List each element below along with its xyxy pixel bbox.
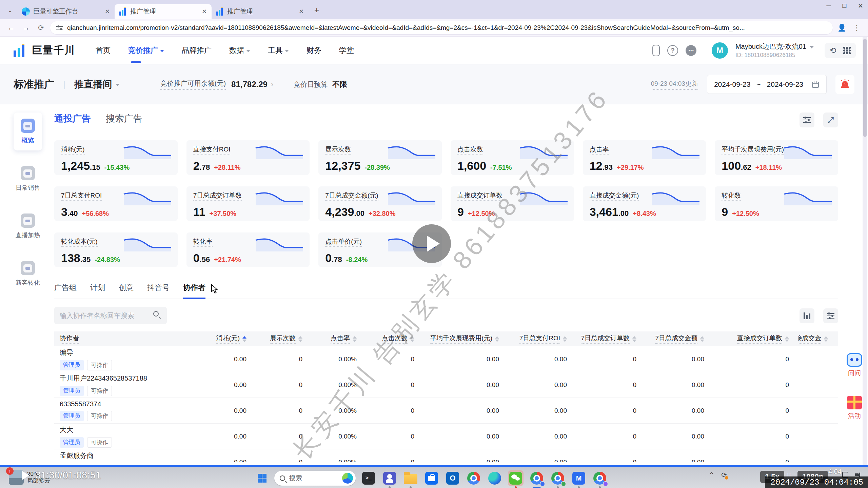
window-minimize-button[interactable]: ─ — [826, 2, 831, 10]
table-column-header[interactable]: 消耗(元) — [190, 334, 256, 344]
ad-type-tab[interactable]: 通投广告 — [54, 113, 91, 125]
user-info[interactable]: Maybuck迈巴克-欢流01 ID: 1801108890626185 — [735, 42, 814, 59]
profile-icon[interactable]: 👤 — [836, 22, 848, 34]
switch-account-icon[interactable]: ⟲ — [829, 46, 836, 55]
activity-widget[interactable]: 活动 — [844, 396, 865, 420]
message-icon[interactable]: ⋯ — [686, 45, 696, 56]
list-tab[interactable]: 计划 — [90, 283, 105, 299]
chrome-icon[interactable] — [466, 470, 481, 486]
tab-close-icon[interactable]: ✕ — [298, 8, 304, 15]
list-tab[interactable]: 抖音号 — [147, 283, 170, 299]
alarm-button[interactable] — [835, 75, 854, 94]
address-bar[interactable]: qianchuan.jinritemai.com/promotion-v2/st… — [50, 21, 833, 34]
forward-icon[interactable]: → — [20, 22, 32, 34]
taskbar-search[interactable]: 搜索 — [274, 471, 356, 486]
tab-search-chevron-icon[interactable]: ⌄ — [4, 4, 16, 16]
list-tab[interactable]: 协作者 — [183, 283, 205, 299]
chrome-profile-blue-icon[interactable] — [529, 470, 545, 486]
edge-icon[interactable] — [487, 470, 502, 486]
search-input[interactable] — [54, 307, 167, 324]
table-column-header[interactable]: 点击率 — [312, 334, 366, 344]
nav-item[interactable]: 数据 — [229, 43, 250, 58]
budget-value[interactable]: 不限 — [332, 79, 347, 89]
table-row[interactable]: 编导 管理员 可操作 0.0000.00%00.000.0000.000 — [54, 346, 838, 372]
sort-arrows-icon[interactable] — [785, 336, 789, 342]
table-column-header[interactable]: 7日总成交金额 — [646, 334, 714, 344]
new-tab-button[interactable]: + — [311, 4, 323, 16]
sort-arrows-icon[interactable] — [495, 336, 499, 342]
sidebar-item[interactable]: 新客转化 — [14, 255, 42, 293]
vertical-scrollbar-thumb[interactable] — [863, 39, 867, 137]
sort-arrows-icon[interactable] — [242, 336, 246, 342]
tab-close-icon[interactable]: ✕ — [201, 8, 208, 15]
tab-close-icon[interactable]: ✕ — [104, 8, 111, 15]
date-range-picker[interactable]: 2024-09-23 ~ 2024-09-23 — [707, 75, 827, 94]
start-button[interactable] — [255, 471, 269, 485]
sort-arrows-icon[interactable] — [824, 336, 828, 342]
table-column-header[interactable]: 直接成交金 — [798, 334, 837, 344]
columns-button[interactable] — [800, 308, 814, 323]
metrics-settings-button[interactable] — [800, 113, 814, 127]
tray-chevron-up-icon[interactable]: ⌃ — [709, 471, 714, 479]
table-column-header[interactable]: 7日总成交订单数 — [576, 334, 646, 344]
promote-target-dropdown[interactable]: 推直播间 — [74, 78, 120, 91]
sort-arrows-icon[interactable] — [700, 336, 704, 342]
list-tab[interactable]: 创意 — [119, 283, 134, 299]
ask-assistant-widget[interactable]: 问问 — [844, 353, 865, 378]
sidebar-item[interactable]: 概览 — [14, 113, 42, 150]
sidebar-item[interactable]: 直播加热 — [14, 207, 42, 245]
browser-tab[interactable]: 推广管理 ✕ — [212, 4, 309, 19]
nav-item[interactable]: 首页 — [96, 43, 111, 58]
qianchuan-logo[interactable]: 巨量千川 — [12, 43, 75, 57]
video-play-button[interactable] — [412, 224, 451, 263]
nav-item[interactable]: 竞价推广 — [128, 43, 164, 58]
help-icon[interactable]: ? — [667, 45, 678, 56]
reload-icon[interactable]: ⟳ — [35, 22, 47, 34]
table-row[interactable]: 大大 管理员 可操作 0.0000.00%00.000.0000.000 — [54, 424, 838, 449]
table-row[interactable]: 63355587374 管理员 可操作 0.0000.00%00.000.000… — [54, 398, 838, 424]
search-icon[interactable] — [153, 311, 162, 320]
table-column-header[interactable]: 直接成交订单数 — [714, 334, 798, 344]
nav-item[interactable]: 学堂 — [339, 43, 354, 58]
list-tab[interactable]: 广告组 — [54, 283, 77, 299]
terminal-icon[interactable]: >_ — [361, 470, 376, 486]
table-column-header[interactable]: 7日总支付ROI — [509, 334, 576, 344]
browser-tab[interactable]: 推广管理 ✕ — [115, 4, 212, 19]
chrome-profile-purple-icon[interactable] — [592, 470, 608, 486]
browser-menu-icon[interactable]: ⋮ — [851, 22, 863, 34]
table-column-header[interactable]: 展示次数 — [256, 334, 312, 344]
file-explorer-icon[interactable] — [403, 470, 418, 486]
filter-button[interactable] — [823, 308, 838, 323]
sort-arrows-icon[interactable] — [563, 336, 567, 342]
chrome-profile-green-icon[interactable] — [550, 470, 566, 486]
player-play-icon[interactable] — [22, 471, 29, 480]
table-row[interactable]: 千川用户2243436528537188 管理员 可操作 0.0000.00%0… — [54, 372, 838, 398]
outlook-icon[interactable]: O — [445, 470, 460, 486]
sort-arrows-icon[interactable] — [298, 336, 302, 342]
ad-type-tab[interactable]: 搜索广告 — [106, 113, 142, 125]
window-close-button[interactable]: ✕ — [858, 2, 863, 10]
sync-tray-icon[interactable]: ⟳ — [721, 471, 727, 479]
m-app-icon[interactable]: M — [571, 470, 587, 486]
microsoft-store-icon[interactable] — [424, 470, 439, 486]
avatar[interactable]: M — [712, 42, 728, 59]
nav-item[interactable]: 品牌推广 — [182, 43, 212, 58]
window-maximize-button[interactable]: □ — [843, 2, 846, 10]
table-column-header[interactable]: 协作者 — [54, 334, 190, 344]
sort-arrows-icon[interactable] — [632, 336, 636, 342]
expand-button[interactable]: ⤢ — [823, 113, 838, 127]
table-row[interactable]: 孟彪服务商 管理员 可操作 0.0000.00%00.000.0000.000 — [54, 449, 838, 462]
chevron-right-icon[interactable]: › — [271, 80, 273, 89]
sort-arrows-icon[interactable] — [353, 336, 357, 342]
nav-item[interactable]: 工具 — [268, 43, 289, 58]
teams-icon[interactable] — [382, 470, 397, 486]
site-settings-icon[interactable] — [56, 25, 63, 30]
sidebar-item[interactable]: 日常销售 — [14, 160, 42, 198]
browser-tab[interactable]: 巨量引擎工作台 ✕ — [18, 4, 115, 19]
apps-grid-icon[interactable] — [843, 46, 851, 55]
table-column-header[interactable]: 平均千次展现费用(元) — [424, 334, 509, 344]
video-progress-bar[interactable] — [0, 465, 868, 467]
back-icon[interactable]: ← — [5, 22, 17, 34]
nav-item[interactable]: 财务 — [307, 43, 321, 58]
wechat-icon[interactable] — [508, 470, 524, 486]
